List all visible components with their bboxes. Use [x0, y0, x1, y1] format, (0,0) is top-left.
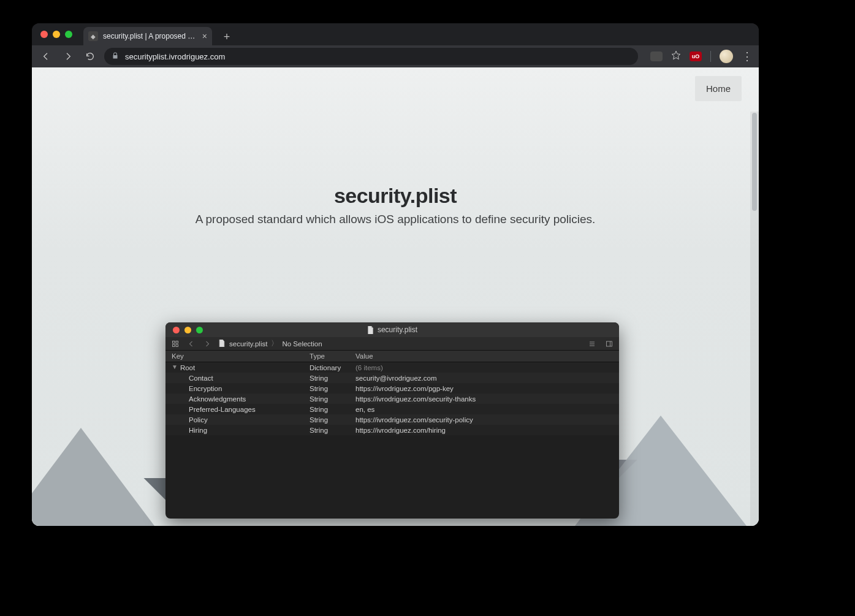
tab-title: security.plist | A proposed stan [103, 32, 197, 40]
plist-value: security@ivrodriguez.com [355, 375, 613, 382]
minimize-window-button[interactable] [53, 31, 60, 38]
forward-button[interactable] [60, 48, 76, 64]
svg-rect-2 [176, 341, 178, 343]
col-key: Key [172, 352, 310, 360]
page-subtitle: A proposed standard which allows iOS app… [32, 213, 759, 226]
root-key: Root [180, 364, 195, 371]
maximize-window-button[interactable] [65, 31, 72, 38]
svg-rect-8 [607, 341, 612, 346]
plist-header-row: Key Type Value [165, 351, 619, 362]
chevron-right-icon: 〉 [271, 339, 278, 348]
tab-close-icon[interactable]: × [202, 32, 207, 40]
plist-row[interactable]: ContactStringsecurity@ivrodriguez.com [165, 373, 619, 383]
plist-row[interactable]: EncryptionStringhttps://ivrodriguez.com/… [165, 383, 619, 394]
svg-rect-4 [176, 344, 178, 347]
svg-rect-3 [173, 344, 175, 347]
breadcrumb[interactable]: security.plist 〉 No Selection [218, 339, 322, 348]
svg-rect-1 [173, 341, 175, 343]
grid-view-icon[interactable] [170, 339, 180, 349]
back-button[interactable] [38, 48, 54, 64]
page-title: security.plist [32, 184, 759, 208]
plist-value: https://ivrodriguez.com/security-policy [355, 416, 613, 424]
plist-row[interactable]: PolicyStringhttps://ivrodriguez.com/secu… [165, 414, 619, 425]
plist-value: https://ivrodriguez.com/hiring [355, 427, 613, 434]
plist-type: String [310, 375, 355, 382]
browser-window: ◆ security.plist | A proposed stan × + s… [32, 23, 759, 526]
plist-type: String [310, 406, 355, 413]
plist-value: https://ivrodriguez.com/pgp-key [355, 385, 613, 392]
plist-key: Acknowledgments [172, 395, 310, 403]
breadcrumb-file: security.plist [229, 340, 267, 348]
plist-type: String [310, 395, 355, 403]
plist-value: https://ivrodriguez.com/security-thanks [355, 395, 613, 403]
plist-key: Encryption [172, 385, 310, 392]
close-window-button[interactable] [40, 31, 48, 38]
plist-body: ▼Root Dictionary (6 items) ContactString… [165, 362, 619, 435]
plist-type: String [310, 427, 355, 434]
address-bar-url: securityplist.ivrodriguez.com [125, 52, 225, 61]
browser-tabstrip: ◆ security.plist | A proposed stan × + [32, 23, 759, 45]
plist-value: en, es [355, 406, 613, 413]
disclosure-triangle-icon[interactable]: ▼ [172, 363, 178, 370]
menu-button[interactable]: ⋮ [742, 51, 753, 62]
browser-tab[interactable]: ◆ security.plist | A proposed stan × [83, 27, 212, 45]
xcode-titlebar: security.plist [165, 322, 619, 337]
page-scrollbar[interactable] [750, 112, 759, 526]
list-view-icon[interactable] [587, 339, 597, 349]
toolbar-right: uO ⋮ [644, 50, 753, 63]
plist-key: Contact [172, 375, 310, 382]
toolbar-separator [710, 51, 711, 62]
plist-type: String [310, 385, 355, 392]
nav-home-link[interactable]: Home [695, 76, 742, 101]
root-type: Dictionary [310, 364, 355, 371]
plist-type: String [310, 416, 355, 424]
extension-icon[interactable] [650, 51, 663, 61]
address-bar[interactable]: securityplist.ivrodriguez.com [104, 48, 638, 65]
panel-toggle-icon[interactable] [604, 339, 614, 349]
xcode-window-title: security.plist [378, 325, 417, 334]
scrollbar-thumb[interactable] [752, 113, 757, 211]
xcode-close-button[interactable] [173, 327, 180, 333]
plist-key: Hiring [172, 427, 310, 434]
xcode-minimize-button[interactable] [184, 327, 191, 333]
xcode-maximize-button[interactable] [196, 327, 203, 333]
profile-avatar[interactable] [720, 50, 733, 63]
nav-back-icon[interactable] [186, 339, 196, 349]
tab-favicon-icon: ◆ [88, 31, 98, 41]
browser-toolbar: securityplist.ivrodriguez.com uO ⋮ [32, 45, 759, 67]
plist-row[interactable]: HiringStringhttps://ivrodriguez.com/hiri… [165, 425, 619, 435]
xcode-window: security.plist security.plist 〉 No Selec… [165, 322, 619, 519]
new-tab-button[interactable]: + [218, 28, 235, 45]
plist-key: Preferred-Languages [172, 406, 310, 413]
plist-row[interactable]: AcknowledgmentsStringhttps://ivrodriguez… [165, 394, 619, 404]
bookmark-star-icon[interactable] [671, 50, 681, 63]
window-controls [37, 23, 77, 45]
svg-marker-0 [672, 51, 680, 59]
plist-key: Policy [172, 416, 310, 424]
col-type: Type [310, 352, 355, 360]
page-viewport: Home security.plist A proposed standard … [32, 67, 759, 526]
plist-row[interactable]: Preferred-LanguagesStringen, es [165, 404, 619, 414]
decorative-mountain-left [32, 428, 154, 526]
col-value: Value [355, 352, 613, 360]
xcode-toolbar: security.plist 〉 No Selection [165, 337, 619, 351]
reload-button[interactable] [82, 48, 98, 64]
lock-icon [112, 52, 119, 61]
hero-section: security.plist A proposed standard which… [32, 184, 759, 226]
nav-forward-icon[interactable] [202, 339, 212, 349]
ublock-extension-icon[interactable]: uO [690, 51, 702, 61]
breadcrumb-selection: No Selection [282, 340, 322, 348]
file-icon [367, 326, 374, 334]
breadcrumb-file-icon [218, 340, 226, 348]
plist-root-row[interactable]: ▼Root Dictionary (6 items) [165, 362, 619, 373]
root-value: (6 items) [355, 364, 613, 371]
